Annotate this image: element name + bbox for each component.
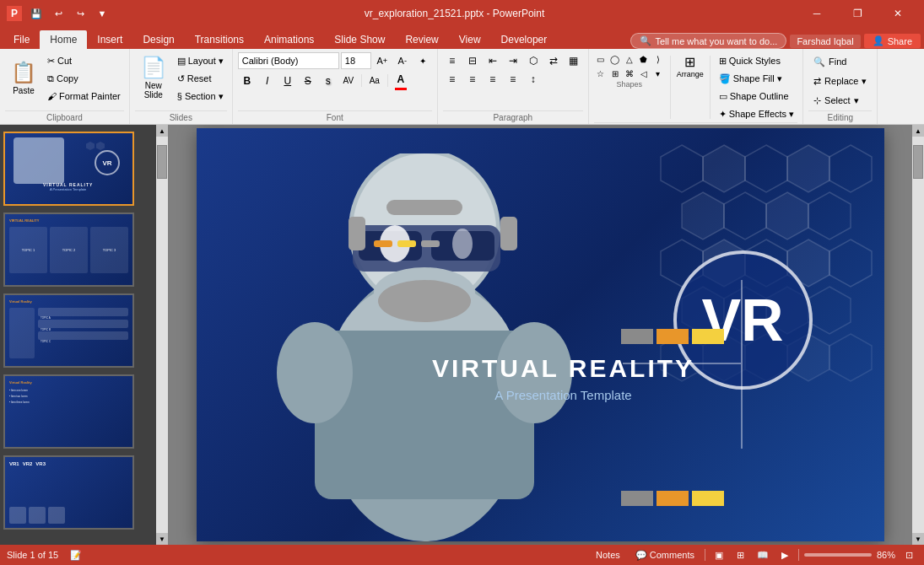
layout-button[interactable]: ▤ Layout ▾ (174, 52, 227, 69)
find-button[interactable]: 🔍 Find (808, 52, 872, 71)
tab-insert[interactable]: Insert (87, 30, 132, 49)
smartart-button[interactable]: ⬡ (524, 52, 543, 69)
clear-format-button[interactable]: ✦ (413, 52, 432, 69)
slideshow-button[interactable]: ▶ (776, 546, 793, 563)
numbered-button[interactable]: ⊟ (463, 52, 482, 69)
canvas-scroll-thumb[interactable] (913, 145, 923, 179)
tab-home[interactable]: Home (40, 30, 87, 49)
shape-cell[interactable]: ◯ (608, 52, 622, 66)
reset-button[interactable]: ↺ Reset (174, 70, 227, 87)
arrange-button[interactable]: ⊞ Arrange (676, 52, 705, 80)
change-case-button[interactable]: Aa (365, 73, 384, 89)
scrollbar-thumb[interactable] (157, 145, 167, 179)
user-button[interactable]: Farshad Iqbal (790, 35, 860, 48)
slide-panel-scrollbar[interactable]: ▲ ▼ (156, 125, 168, 545)
decrease-indent-button[interactable]: ⇤ (484, 52, 502, 69)
replace-arrow: ▾ (862, 76, 867, 87)
canvas-scroll-up[interactable]: ▲ (912, 125, 924, 137)
align-right-button[interactable]: ≡ (484, 71, 502, 88)
italic-button[interactable]: I (258, 73, 277, 89)
underline-button[interactable]: U (278, 73, 297, 89)
shape-fill-button[interactable]: 🪣 Shape Fill ▾ (716, 70, 797, 87)
shape-cell[interactable]: △ (623, 52, 636, 66)
share-button[interactable]: 👤 Share (864, 34, 921, 48)
format-painter-button[interactable]: 🖌 Format Painter (44, 88, 124, 105)
shape-cell[interactable]: ▭ (594, 52, 608, 66)
font-name-input[interactable] (238, 52, 339, 69)
quick-styles-button[interactable]: ⊞ Quick Styles (716, 52, 797, 69)
slide2-topics: TOPIC 1 TOPIC 2 TOPIC 3 (9, 227, 128, 273)
tell-me-input[interactable]: 🔍 Tell me what you want to do... (630, 33, 786, 49)
increase-font-button[interactable]: A+ (373, 52, 392, 69)
shadow-button[interactable]: s (319, 73, 338, 89)
cut-button[interactable]: ✂ Cut (44, 52, 124, 69)
scrollbar-up-button[interactable]: ▲ (156, 125, 168, 137)
tab-design[interactable]: Design (132, 30, 184, 49)
minimize-button[interactable]: ─ (797, 0, 836, 27)
close-button[interactable]: ✕ (878, 0, 917, 27)
increase-indent-button[interactable]: ⇥ (504, 52, 522, 69)
redo-button[interactable]: ↪ (71, 4, 89, 23)
line-spacing-button[interactable]: ↕ (524, 71, 543, 88)
slide-sorter-button[interactable]: ⊞ (732, 546, 749, 563)
scrollbar-down-button[interactable]: ▼ (156, 533, 168, 545)
tab-developer[interactable]: Developer (491, 30, 558, 49)
select-icon: ⊹ (813, 95, 821, 106)
tab-review[interactable]: Review (395, 30, 448, 49)
select-button[interactable]: ⊹ Select ▾ (808, 91, 872, 110)
align-left-button[interactable]: ≡ (443, 71, 462, 88)
replace-icon: ⇄ (813, 76, 821, 87)
zoom-slider[interactable] (804, 553, 872, 557)
reading-view-button[interactable]: 📖 (754, 546, 771, 563)
font-size-input[interactable] (341, 52, 371, 69)
slide-thumb-1[interactable]: 1 ★ VR VIRTUAL REALITY A Presentation Te… (3, 132, 153, 206)
shape-effects-button[interactable]: ✦ Shape Effects ▾ (716, 105, 797, 122)
fit-window-button[interactable]: ⊡ (900, 546, 917, 563)
columns-button[interactable]: ▦ (565, 52, 583, 69)
tab-animations[interactable]: Animations (254, 30, 324, 49)
notes-icon: 📝 (70, 550, 82, 561)
align-center-button[interactable]: ≡ (463, 71, 482, 88)
tab-slideshow[interactable]: Slide Show (324, 30, 395, 49)
comments-button[interactable]: 💬 Comments (630, 548, 700, 562)
paragraph-content: ≡ ⊟ ⇤ ⇥ ⬡ ⇄ ▦ ≡ ≡ ≡ ≡ ↕ (443, 52, 583, 110)
justify-button[interactable]: ≡ (504, 71, 522, 88)
shape-cell[interactable]: ◁ (637, 67, 651, 80)
new-slide-button[interactable]: 📄 New Slide (135, 52, 172, 103)
canvas-scrollbar[interactable]: ▲ ▼ (912, 125, 924, 545)
decrease-font-button[interactable]: A- (393, 52, 412, 69)
replace-button[interactable]: ⇄ Replace ▾ (808, 72, 872, 90)
slide-thumb-3[interactable]: 3 ★ Virtual Reality TOPIC A TOPIC B TOPI… (3, 293, 153, 368)
tab-transitions[interactable]: Transitions (185, 30, 254, 49)
shape-cell[interactable]: ☆ (594, 67, 608, 80)
restore-button[interactable]: ❐ (838, 0, 877, 27)
slide-canvas[interactable]: VR VIRTUAL REALITY A Presentation Templa… (197, 128, 884, 541)
notes-button[interactable]: Notes (591, 548, 625, 562)
shape-cell[interactable]: ⬟ (637, 52, 651, 66)
slide-notes-icon[interactable]: 📝 (65, 548, 87, 562)
font-color-button[interactable]: A (392, 71, 410, 88)
customize-button[interactable]: ▼ (93, 4, 111, 23)
undo-button[interactable]: ↩ (49, 4, 68, 23)
canvas-scroll-down[interactable]: ▼ (912, 533, 924, 545)
slide-thumb-5[interactable]: 5 ★ VR1 VR2 VR3 (3, 455, 153, 530)
tab-view[interactable]: View (449, 30, 491, 49)
save-button[interactable]: 💾 (27, 4, 46, 23)
bold-button[interactable]: B (238, 73, 257, 89)
tab-file[interactable]: File (3, 30, 40, 49)
strikethrough-button[interactable]: S (299, 73, 317, 89)
copy-button[interactable]: ⧉ Copy (44, 70, 124, 87)
paste-button[interactable]: 📋 Paste (5, 52, 42, 103)
bullets-button[interactable]: ≡ (443, 52, 462, 69)
normal-view-button[interactable]: ▣ (711, 546, 727, 563)
shape-cell[interactable]: ⊞ (608, 67, 622, 80)
char-spacing-button[interactable]: AV (339, 73, 358, 89)
shape-cell[interactable]: ⌘ (623, 67, 636, 80)
section-button[interactable]: § Section ▾ (174, 88, 227, 105)
slide-thumb-4[interactable]: 4 ★ Virtual Reality • Item one lorem • I… (3, 374, 153, 449)
slide-thumb-2[interactable]: 2 ★ VIRTUAL REALITY TOPIC 1 TOPIC 2 TOPI… (3, 213, 153, 287)
shapes-more[interactable]: ▾ (651, 67, 665, 80)
shape-cell[interactable]: ⟩ (651, 52, 665, 66)
shape-outline-button[interactable]: ▭ Shape Outline (716, 88, 797, 105)
direction-button[interactable]: ⇄ (544, 52, 563, 69)
